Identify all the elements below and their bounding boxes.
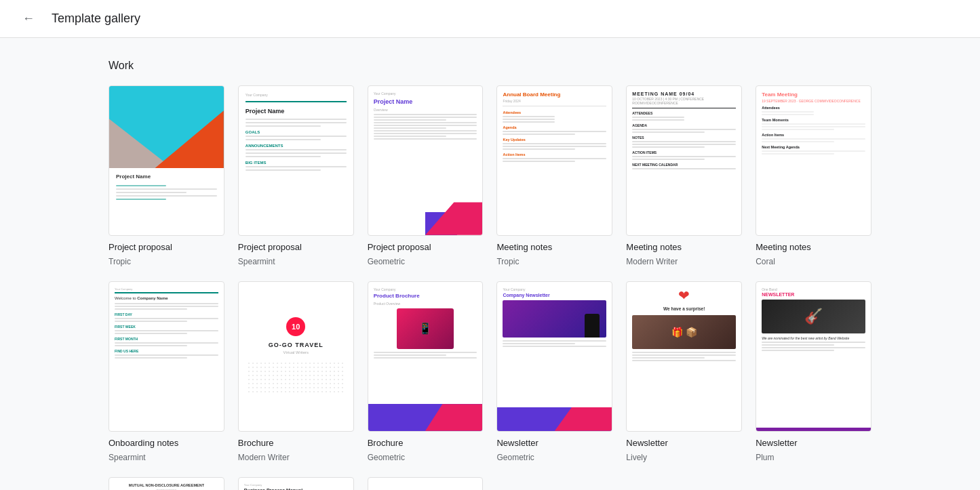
- template-item[interactable]: Your Company Project Name Overview: [368, 85, 484, 268]
- template-subtitle: Lively: [626, 452, 742, 464]
- template-name: Brochure: [368, 437, 484, 449]
- template-subtitle: Modern Writer: [238, 452, 354, 464]
- template-item[interactable]: Your Company Welcome to Company Name FIR…: [109, 281, 224, 464]
- template-item[interactable]: One Band NEWSLETTER 🎸 We are nominated f…: [756, 281, 871, 464]
- template-item[interactable]: Annual Board Meeting Friday 2024 Attende…: [496, 85, 612, 268]
- template-subtitle: Geometric: [496, 452, 612, 464]
- template-subtitle: Modern Writer: [626, 256, 742, 268]
- template-subtitle: Geometric: [368, 256, 484, 268]
- template-name: Project proposal: [238, 241, 354, 253]
- template-subtitle: Tropic: [496, 256, 612, 268]
- template-item[interactable]: 10 GO-GO TRAVEL Virtual Writers Brochure…: [238, 281, 354, 464]
- template-name: Project proposal: [109, 241, 224, 253]
- template-subtitle: Geometric: [368, 452, 484, 464]
- template-thumbnail: Project Name: [109, 85, 224, 236]
- template-item[interactable]: Your Company Company Newsletter: [496, 281, 612, 464]
- template-item[interactable]: Your Company Product Brochure Product Ov…: [368, 281, 484, 464]
- template-grid: Project Name Project proposal Tropic: [109, 85, 871, 490]
- page-title: Template gallery: [52, 12, 140, 26]
- template-subtitle: Spearmint: [238, 256, 354, 268]
- template-name: Newsletter: [496, 437, 612, 449]
- template-subtitle: Spearmint: [109, 452, 224, 464]
- template-thumbnail: Your Company Business Process Manual #1 …: [238, 477, 354, 490]
- template-thumbnail: Your Company Welcome to Company Name FIR…: [109, 281, 224, 432]
- template-name: Meeting notes: [496, 241, 612, 253]
- template-name: Brochure: [238, 437, 354, 449]
- template-thumbnail: ✳: [368, 477, 484, 490]
- template-name: Onboarding notes: [109, 437, 224, 449]
- template-name: Project proposal: [368, 241, 484, 253]
- template-item[interactable]: MEETING NAME 09/04 10 OCTOBER 2023 | 4:3…: [626, 85, 742, 268]
- template-name: Meeting notes: [756, 241, 871, 253]
- header: ← Template gallery: [0, 0, 980, 38]
- template-thumbnail: Your Company Company Newsletter: [496, 281, 612, 432]
- back-button[interactable]: ←: [16, 7, 41, 31]
- work-section: Work Project Name: [109, 60, 871, 490]
- template-name: Newsletter: [626, 437, 742, 449]
- template-subtitle: Tropic: [109, 256, 224, 268]
- template-thumbnail: Team Meeting 19 SEPTEMBER 2023 · GEORGE …: [756, 85, 871, 236]
- main-content: Work Project Name: [0, 38, 980, 490]
- template-item[interactable]: Your Company Business Process Manual #1 …: [238, 477, 354, 490]
- section-title-work: Work: [109, 60, 871, 72]
- template-thumbnail: MUTUAL NON-DISCLOSURE AGREEMENT INSTRUCT…: [109, 477, 224, 490]
- template-subtitle: Plum: [756, 452, 871, 464]
- template-thumbnail: 10 GO-GO TRAVEL Virtual Writers: [238, 281, 354, 432]
- template-thumbnail: ❤ We have a surprise! 🎁 📦: [626, 281, 742, 432]
- template-item[interactable]: Team Meeting 19 SEPTEMBER 2023 · GEORGE …: [756, 85, 871, 268]
- template-item[interactable]: ✳: [368, 477, 484, 490]
- template-item[interactable]: ❤ We have a surprise! 🎁 📦 Newsletter Liv…: [626, 281, 742, 464]
- template-thumbnail: MEETING NAME 09/04 10 OCTOBER 2023 | 4:3…: [626, 85, 742, 236]
- template-name: Meeting notes: [626, 241, 742, 253]
- template-thumbnail: Your Company Project Name Overview: [368, 85, 484, 236]
- template-item[interactable]: Your Company Project Name GOALS ANNOUNC: [238, 85, 354, 268]
- template-item[interactable]: MUTUAL NON-DISCLOSURE AGREEMENT INSTRUCT…: [109, 477, 224, 490]
- template-thumbnail: Your Company Product Brochure Product Ov…: [368, 281, 484, 432]
- thumb-label: Project Name: [109, 168, 224, 185]
- template-name: Newsletter: [756, 437, 871, 449]
- template-subtitle: Coral: [756, 256, 871, 268]
- template-thumbnail: Your Company Project Name GOALS ANNOUNC: [238, 85, 354, 236]
- template-thumbnail: One Band NEWSLETTER 🎸 We are nominated f…: [756, 281, 871, 432]
- template-item[interactable]: Project Name Project proposal Tropic: [109, 85, 224, 268]
- template-thumbnail: Annual Board Meeting Friday 2024 Attende…: [496, 85, 612, 236]
